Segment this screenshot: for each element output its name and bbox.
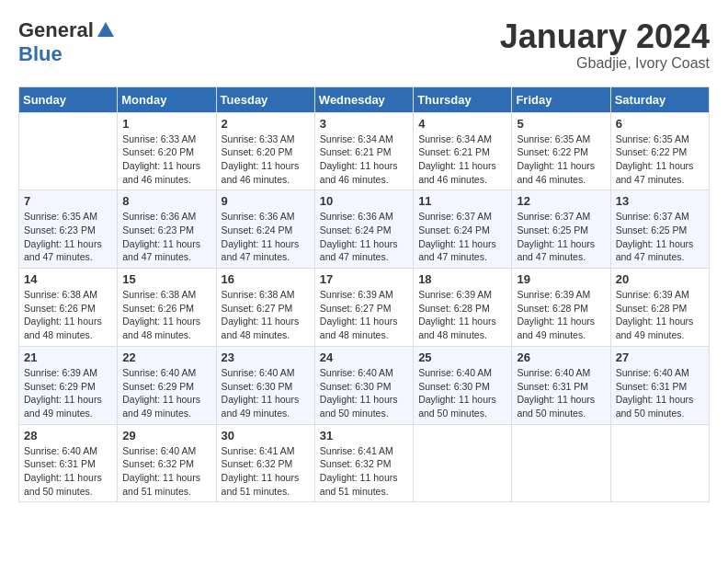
- cell-date-number: 21: [24, 350, 112, 364]
- calendar-cell: [512, 424, 610, 502]
- calendar-cell: 2Sunrise: 6:33 AMSunset: 6:20 PMDaylight…: [216, 112, 314, 190]
- week-row: 7Sunrise: 6:35 AMSunset: 6:23 PMDaylight…: [19, 190, 710, 269]
- calendar-cell: 12Sunrise: 6:37 AMSunset: 6:25 PMDayligh…: [512, 190, 610, 269]
- cell-date-number: 12: [517, 194, 605, 208]
- cell-date-number: 3: [320, 117, 408, 131]
- cell-date-number: 19: [517, 272, 605, 286]
- cell-date-number: 20: [616, 272, 704, 286]
- day-header-friday: Friday: [512, 86, 610, 112]
- cell-sun-info: Sunrise: 6:40 AMSunset: 6:30 PMDaylight:…: [418, 366, 506, 420]
- calendar-cell: 14Sunrise: 6:38 AMSunset: 6:26 PMDayligh…: [19, 269, 118, 347]
- cell-sun-info: Sunrise: 6:34 AMSunset: 6:21 PMDaylight:…: [418, 132, 506, 187]
- cell-sun-info: Sunrise: 6:40 AMSunset: 6:32 PMDaylight:…: [122, 444, 210, 499]
- calendar-cell: 7Sunrise: 6:35 AMSunset: 6:23 PMDaylight…: [19, 190, 118, 269]
- cell-sun-info: Sunrise: 6:36 AMSunset: 6:24 PMDaylight:…: [222, 210, 310, 264]
- cell-sun-info: Sunrise: 6:38 AMSunset: 6:26 PMDaylight:…: [122, 288, 210, 342]
- cell-date-number: 8: [122, 194, 210, 208]
- calendar-cell: 23Sunrise: 6:40 AMSunset: 6:30 PMDayligh…: [216, 346, 314, 424]
- calendar-cell: 3Sunrise: 6:34 AMSunset: 6:21 PMDaylight…: [314, 112, 413, 190]
- month-title: January 2024: [500, 18, 710, 55]
- calendar-cell: 27Sunrise: 6:40 AMSunset: 6:31 PMDayligh…: [610, 346, 709, 424]
- calendar-cell: 6Sunrise: 6:35 AMSunset: 6:22 PMDaylight…: [610, 112, 709, 190]
- cell-date-number: 13: [616, 194, 704, 208]
- cell-sun-info: Sunrise: 6:36 AMSunset: 6:23 PMDaylight:…: [122, 210, 210, 264]
- calendar-cell: [610, 424, 709, 502]
- cell-date-number: 16: [222, 272, 310, 286]
- day-header-thursday: Thursday: [414, 86, 512, 112]
- cell-sun-info: Sunrise: 6:41 AMSunset: 6:32 PMDaylight:…: [222, 444, 310, 499]
- cell-date-number: 24: [320, 350, 408, 364]
- calendar-cell: 28Sunrise: 6:40 AMSunset: 6:31 PMDayligh…: [19, 424, 118, 502]
- cell-sun-info: Sunrise: 6:40 AMSunset: 6:31 PMDaylight:…: [517, 366, 605, 420]
- cell-date-number: 23: [222, 350, 310, 364]
- cell-sun-info: Sunrise: 6:39 AMSunset: 6:28 PMDaylight:…: [616, 288, 704, 342]
- cell-sun-info: Sunrise: 6:40 AMSunset: 6:29 PMDaylight:…: [122, 366, 210, 420]
- week-row: 21Sunrise: 6:39 AMSunset: 6:29 PMDayligh…: [19, 346, 710, 424]
- day-header-monday: Monday: [118, 86, 216, 112]
- cell-sun-info: Sunrise: 6:40 AMSunset: 6:31 PMDaylight:…: [24, 444, 112, 499]
- cell-sun-info: Sunrise: 6:35 AMSunset: 6:23 PMDaylight:…: [24, 210, 112, 264]
- logo: General Blue: [18, 18, 116, 66]
- cell-date-number: 9: [222, 194, 310, 208]
- calendar-cell: [19, 112, 118, 190]
- cell-date-number: 1: [122, 117, 210, 131]
- cell-sun-info: Sunrise: 6:33 AMSunset: 6:20 PMDaylight:…: [122, 132, 210, 187]
- week-row: 14Sunrise: 6:38 AMSunset: 6:26 PMDayligh…: [19, 269, 710, 347]
- calendar-cell: 22Sunrise: 6:40 AMSunset: 6:29 PMDayligh…: [118, 346, 216, 424]
- cell-sun-info: Sunrise: 6:38 AMSunset: 6:26 PMDaylight:…: [24, 288, 112, 342]
- calendar-cell: 25Sunrise: 6:40 AMSunset: 6:30 PMDayligh…: [414, 346, 512, 424]
- logo-general-text: General: [18, 18, 94, 42]
- calendar-cell: [414, 424, 512, 502]
- cell-date-number: 7: [24, 194, 112, 208]
- calendar-cell: 1Sunrise: 6:33 AMSunset: 6:20 PMDaylight…: [118, 112, 216, 190]
- cell-date-number: 31: [320, 429, 408, 442]
- logo-icon: [96, 20, 116, 40]
- calendar-cell: 10Sunrise: 6:36 AMSunset: 6:24 PMDayligh…: [314, 190, 413, 269]
- day-header-sunday: Sunday: [19, 86, 118, 112]
- calendar-cell: 30Sunrise: 6:41 AMSunset: 6:32 PMDayligh…: [216, 424, 314, 502]
- cell-date-number: 5: [517, 117, 605, 131]
- cell-sun-info: Sunrise: 6:34 AMSunset: 6:21 PMDaylight:…: [320, 132, 408, 187]
- cell-sun-info: Sunrise: 6:39 AMSunset: 6:29 PMDaylight:…: [24, 366, 112, 420]
- calendar-cell: 31Sunrise: 6:41 AMSunset: 6:32 PMDayligh…: [314, 424, 413, 502]
- cell-date-number: 27: [616, 350, 704, 364]
- calendar-cell: 18Sunrise: 6:39 AMSunset: 6:28 PMDayligh…: [414, 269, 512, 347]
- cell-sun-info: Sunrise: 6:37 AMSunset: 6:25 PMDaylight:…: [616, 210, 704, 264]
- cell-date-number: 22: [122, 350, 210, 364]
- calendar-cell: 19Sunrise: 6:39 AMSunset: 6:28 PMDayligh…: [512, 269, 610, 347]
- cell-sun-info: Sunrise: 6:39 AMSunset: 6:27 PMDaylight:…: [320, 288, 408, 342]
- day-header-saturday: Saturday: [610, 86, 709, 112]
- calendar-cell: 24Sunrise: 6:40 AMSunset: 6:30 PMDayligh…: [314, 346, 413, 424]
- day-header-tuesday: Tuesday: [216, 86, 314, 112]
- cell-sun-info: Sunrise: 6:35 AMSunset: 6:22 PMDaylight:…: [517, 132, 605, 187]
- cell-sun-info: Sunrise: 6:33 AMSunset: 6:20 PMDaylight:…: [222, 132, 310, 187]
- cell-sun-info: Sunrise: 6:40 AMSunset: 6:30 PMDaylight:…: [222, 366, 310, 420]
- cell-date-number: 4: [418, 117, 506, 131]
- page-header: General Blue January 2024 Gbadjie, Ivory…: [18, 18, 710, 72]
- cell-sun-info: Sunrise: 6:40 AMSunset: 6:31 PMDaylight:…: [616, 366, 704, 420]
- calendar-cell: 15Sunrise: 6:38 AMSunset: 6:26 PMDayligh…: [118, 269, 216, 347]
- calendar-cell: 13Sunrise: 6:37 AMSunset: 6:25 PMDayligh…: [610, 190, 709, 269]
- week-row: 28Sunrise: 6:40 AMSunset: 6:31 PMDayligh…: [19, 424, 710, 502]
- calendar-cell: 17Sunrise: 6:39 AMSunset: 6:27 PMDayligh…: [314, 269, 413, 347]
- svg-marker-0: [97, 22, 114, 37]
- week-row: 1Sunrise: 6:33 AMSunset: 6:20 PMDaylight…: [19, 112, 710, 190]
- cell-sun-info: Sunrise: 6:39 AMSunset: 6:28 PMDaylight:…: [418, 288, 506, 342]
- cell-sun-info: Sunrise: 6:38 AMSunset: 6:27 PMDaylight:…: [222, 288, 310, 342]
- cell-date-number: 17: [320, 272, 408, 286]
- cell-date-number: 30: [222, 429, 310, 442]
- cell-date-number: 15: [122, 272, 210, 286]
- calendar-cell: 8Sunrise: 6:36 AMSunset: 6:23 PMDaylight…: [118, 190, 216, 269]
- day-header-wednesday: Wednesday: [314, 86, 413, 112]
- cell-date-number: 11: [418, 194, 506, 208]
- calendar-cell: 20Sunrise: 6:39 AMSunset: 6:28 PMDayligh…: [610, 269, 709, 347]
- title-block: January 2024 Gbadjie, Ivory Coast: [500, 18, 710, 72]
- cell-date-number: 10: [320, 194, 408, 208]
- cell-date-number: 18: [418, 272, 506, 286]
- cell-sun-info: Sunrise: 6:37 AMSunset: 6:25 PMDaylight:…: [517, 210, 605, 264]
- calendar-cell: 26Sunrise: 6:40 AMSunset: 6:31 PMDayligh…: [512, 346, 610, 424]
- cell-date-number: 29: [122, 429, 210, 442]
- calendar-table: SundayMondayTuesdayWednesdayThursdayFrid…: [18, 86, 710, 503]
- cell-date-number: 25: [418, 350, 506, 364]
- cell-sun-info: Sunrise: 6:41 AMSunset: 6:32 PMDaylight:…: [320, 444, 408, 499]
